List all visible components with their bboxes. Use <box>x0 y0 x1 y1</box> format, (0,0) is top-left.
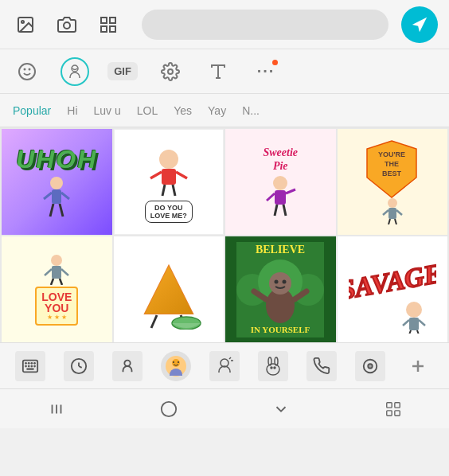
svg-rect-3 <box>101 18 107 23</box>
svg-line-29 <box>286 189 295 193</box>
nav-bar <box>0 388 449 428</box>
tab-hi[interactable]: Hi <box>67 101 77 120</box>
sticker-do-you-love-me[interactable]: DO YOULOVE ME? <box>114 129 224 235</box>
tab-popular[interactable]: Popular <box>13 101 51 120</box>
svg-line-38 <box>383 210 388 215</box>
svg-rect-37 <box>388 208 396 219</box>
keyboard-icon[interactable] <box>15 351 45 381</box>
sticker-samosa[interactable] <box>114 236 224 342</box>
svg-line-40 <box>388 219 390 224</box>
svg-text:THE: THE <box>385 160 399 168</box>
avatar-icon[interactable] <box>161 351 191 381</box>
svg-point-85 <box>125 360 131 365</box>
gif-label[interactable]: GIF <box>107 62 138 80</box>
svg-line-18 <box>50 204 53 217</box>
svg-point-99 <box>368 364 373 369</box>
sticker-sweetie-pie[interactable]: SweetiePie <box>225 129 336 235</box>
svg-line-71 <box>417 330 420 334</box>
svg-text:BELIEVE: BELIEVE <box>256 244 305 256</box>
svg-line-22 <box>150 172 162 178</box>
svg-rect-106 <box>386 402 391 407</box>
svg-point-58 <box>269 272 291 295</box>
gif-tool[interactable]: GIF <box>108 57 137 86</box>
svg-line-31 <box>283 205 286 216</box>
svg-line-30 <box>275 205 277 216</box>
bottom-icon-bar <box>0 342 449 388</box>
svg-rect-109 <box>394 410 399 415</box>
add-icon[interactable] <box>403 351 433 381</box>
svg-point-105 <box>161 401 175 416</box>
bitmoji-tool[interactable] <box>61 57 89 86</box>
svg-line-45 <box>61 269 68 275</box>
tab-luv-u[interactable]: Luv u <box>94 101 121 120</box>
svg-line-84 <box>79 366 82 368</box>
svg-line-69 <box>419 320 425 326</box>
search-bar[interactable] <box>142 10 388 40</box>
grid-icon[interactable] <box>94 10 123 39</box>
svg-point-97 <box>274 367 275 369</box>
svg-text:BEST: BEST <box>382 170 402 178</box>
svg-rect-21 <box>162 169 176 185</box>
tab-yay[interactable]: Yay <box>208 101 226 120</box>
svg-point-88 <box>173 361 174 363</box>
svg-point-2 <box>64 22 70 29</box>
sticker-savage[interactable]: SAVAGE <box>338 236 448 342</box>
circle-icon[interactable] <box>355 351 385 381</box>
svg-point-7 <box>19 64 35 80</box>
notification-dot <box>272 60 278 65</box>
svg-line-68 <box>403 320 409 326</box>
svg-line-39 <box>396 210 402 215</box>
svg-point-20 <box>159 150 178 169</box>
svg-text:YOU'RE: YOU'RE <box>378 150 405 158</box>
bunny-icon[interactable] <box>258 351 288 381</box>
svg-rect-107 <box>394 402 399 407</box>
sticker-uh-oh[interactable]: UHOH <box>2 129 112 235</box>
svg-line-91 <box>229 357 231 359</box>
svg-rect-43 <box>52 266 61 279</box>
svg-line-24 <box>162 185 165 196</box>
svg-point-60 <box>283 279 287 283</box>
svg-rect-27 <box>275 190 286 205</box>
phone-icon[interactable] <box>306 351 337 381</box>
image-icon[interactable] <box>11 10 40 39</box>
svg-line-47 <box>60 279 62 285</box>
tab-yes[interactable]: Yes <box>174 101 192 120</box>
svg-text:IN YOURSELF: IN YOURSELF <box>251 325 310 334</box>
svg-point-66 <box>406 302 422 318</box>
sticker-love-you[interactable]: LOVEYOU ★ ★ ★ <box>2 236 112 342</box>
emoji-tool[interactable] <box>13 57 41 86</box>
send-button[interactable] <box>401 6 438 43</box>
svg-point-26 <box>273 176 287 190</box>
svg-rect-6 <box>110 26 115 32</box>
bitmoji-sticker-icon[interactable] <box>209 351 240 381</box>
nav-home[interactable] <box>112 389 224 428</box>
svg-line-46 <box>51 279 53 285</box>
sticker-grid: UHOH <box>0 127 449 342</box>
svg-marker-49 <box>145 266 193 314</box>
svg-point-89 <box>178 361 179 363</box>
sticker-toolbar: GIF ··· <box>0 49 449 94</box>
svg-point-96 <box>271 367 272 369</box>
svg-line-28 <box>267 193 275 201</box>
svg-line-23 <box>176 172 187 178</box>
tab-lol[interactable]: LOL <box>137 101 158 120</box>
text-tool[interactable] <box>204 57 232 86</box>
more-tool[interactable]: ··· <box>252 57 280 86</box>
nav-menu[interactable] <box>337 389 449 428</box>
svg-point-36 <box>388 198 397 208</box>
svg-rect-15 <box>52 189 61 204</box>
settings-tool[interactable] <box>156 57 185 86</box>
sticker-youre-the-best[interactable]: YOU'RE THE BEST <box>338 129 448 235</box>
svg-point-59 <box>275 279 279 283</box>
svg-point-93 <box>267 364 279 375</box>
nav-back[interactable] <box>0 389 112 428</box>
tab-more[interactable]: N... <box>242 101 260 120</box>
svg-point-14 <box>50 177 63 189</box>
sticker-believe-in-yourself[interactable]: BELIEVE IN YOURSELF <box>225 236 336 342</box>
camera-icon[interactable] <box>53 10 81 39</box>
person1-icon[interactable] <box>112 351 143 381</box>
clock-icon[interactable] <box>64 351 94 381</box>
svg-text:SAVAGE: SAVAGE <box>349 258 436 305</box>
nav-recent[interactable] <box>224 389 337 428</box>
svg-rect-5 <box>101 26 107 32</box>
